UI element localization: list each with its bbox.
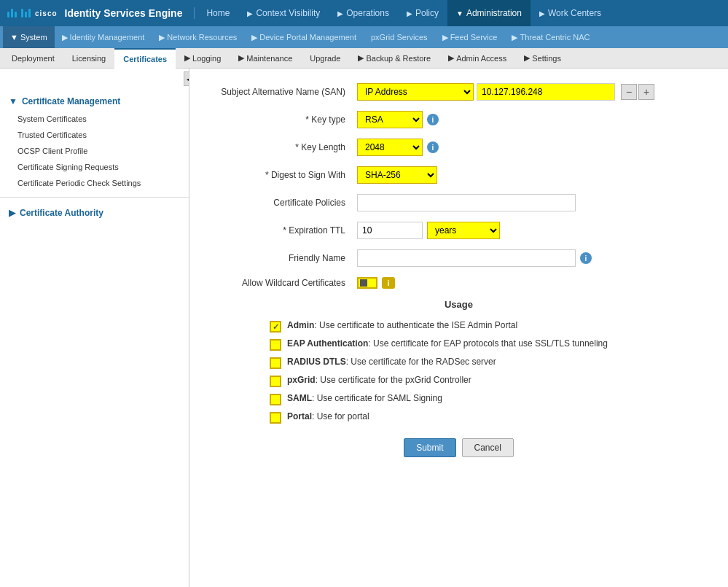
usage-saml-text: SAML: Use certificate for SAML Signing [287,393,442,403]
thirdnav-settings[interactable]: ▶ Settings [515,48,570,69]
usage-item-admin: Admin: Use certificate to authenticate t… [211,320,706,333]
thirdnav-deployment[interactable]: Deployment [3,48,63,69]
key-length-select[interactable]: 512 1024 2048 4096 [357,139,423,156]
san-label: Subject Alternative Name (SAN) [211,87,357,97]
cert-policies-input[interactable] [357,194,576,211]
cisco-logo-text: cisco [35,9,58,18]
secondnav-threat[interactable]: ▶ Threat Centric NAC [504,26,597,48]
wildcard-info-icon[interactable]: i [382,277,395,289]
thirdnav-certificates[interactable]: Certificates [114,48,176,69]
cisco-icon [7,9,31,18]
sidebar-section-cert-auth-header[interactable]: ▶ Certificate Authority [0,203,189,222]
friendly-name-input[interactable] [357,249,576,267]
top-nav: Home ▶ Context Visibility ▶ Operations ▶… [197,0,610,26]
san-row: Subject Alternative Name (SAN) IP Addres… [211,83,706,101]
form-buttons: Submit Cancel [211,438,706,457]
sidebar-item-ocsp[interactable]: OCSP Client Profile [0,143,189,159]
key-type-input-row: RSA ECDSA i [357,111,439,128]
content-area: Subject Alternative Name (SAN) IP Addres… [189,69,728,587]
sidebar-section-cert-mgmt-header[interactable]: ▼ Certificate Management [0,92,189,111]
san-remove-button[interactable]: − [621,84,637,100]
thirdnav-backup[interactable]: ▶ Backup & Restore [349,48,439,69]
wildcard-row: Allow Wildcard Certificates i [211,277,706,289]
wildcard-toggle[interactable] [357,277,377,289]
topnav-home[interactable]: Home [197,0,238,26]
topnav-workcenters[interactable]: ▶ Work Centers [531,0,610,26]
usage-eap-checkbox[interactable] [270,339,281,351]
thirdnav-logging[interactable]: ▶ Logging [176,48,230,69]
friendly-name-row: Friendly Name i [211,249,706,267]
key-length-input-row: 512 1024 2048 4096 i [357,139,439,156]
usage-title: Usage [211,299,706,310]
topnav-policy[interactable]: ▶ Policy [398,0,447,26]
sidebar-toggle[interactable]: ◀ [184,71,189,86]
thirdnav-upgrade[interactable]: Upgrade [301,48,349,69]
wildcard-label: Allow Wildcard Certificates [211,278,357,288]
sidebar-item-system-certs[interactable]: System Certificates [0,111,189,127]
key-length-label: Key Length [211,142,357,152]
san-buttons: − + [621,84,654,100]
topnav-context[interactable]: ▶ Context Visibility [238,0,329,26]
san-ip-input[interactable] [477,83,615,101]
friendly-name-label: Friendly Name [211,253,357,263]
usage-pxgrid-text: pxGrid: Use certificate for the pxGrid C… [287,375,471,385]
secondnav-network[interactable]: ▶ Network Resources [152,26,244,48]
sidebar-item-cert-check[interactable]: Certificate Periodic Check Settings [0,175,189,191]
third-nav: Deployment Licensing Certificates ▶ Logg… [0,48,728,69]
usage-portal-checkbox[interactable] [270,412,281,424]
thirdnav-licensing[interactable]: Licensing [63,48,114,69]
thirdnav-maintenance[interactable]: ▶ Maintenance [230,48,301,69]
usage-item-portal: Portal: Use for portal [211,411,706,424]
usage-section: Usage Admin: Use certificate to authenti… [211,299,706,424]
expiration-label: Expiration TTL [211,225,357,236]
digest-select[interactable]: SHA-1 SHA-256 SHA-384 SHA-512 [357,166,437,184]
wildcard-toggle-row: i [357,277,395,289]
key-type-row: Key type RSA ECDSA i [211,111,706,128]
secondnav-identity[interactable]: ▶ Identity Management [55,26,152,48]
expiration-unit-select[interactable]: days weeks months years [427,222,500,239]
digest-label: Digest to Sign With [211,170,357,180]
usage-eap-text: EAP Authentication: Use certificate for … [287,338,608,349]
usage-item-eap: EAP Authentication: Use certificate for … [211,338,706,351]
cert-policies-row: Certificate Policies [211,194,706,211]
usage-admin-checkbox[interactable] [270,321,281,333]
expiration-value-input[interactable] [357,222,423,239]
key-length-info-icon[interactable]: i [427,141,439,153]
usage-saml-checkbox[interactable] [270,394,281,405]
secondnav-pxgrid[interactable]: pxGrid Services [364,26,435,48]
usage-radius-checkbox[interactable] [270,357,281,369]
cancel-button[interactable]: Cancel [462,438,514,457]
san-type-select[interactable]: IP Address DNS Name Email [357,83,474,101]
usage-item-pxgrid: pxGrid: Use certificate for the pxGrid C… [211,375,706,387]
secondnav-feed[interactable]: ▶ Feed Service [435,26,505,48]
thirdnav-admin-access[interactable]: ▶ Admin Access [439,48,515,69]
submit-button[interactable]: Submit [404,438,455,457]
usage-admin-text: Admin: Use certificate to authenticate t… [287,320,517,330]
sidebar-item-csr[interactable]: Certificate Signing Requests [0,159,189,175]
key-type-info-icon[interactable]: i [427,114,439,125]
expiration-input-row: days weeks months years [357,222,500,239]
top-bar: cisco Identity Services Engine Home ▶ Co… [0,0,728,26]
key-type-select[interactable]: RSA ECDSA [357,111,423,128]
san-add-button[interactable]: + [638,84,654,100]
cisco-logo: cisco [0,9,65,18]
expiration-row: Expiration TTL days weeks months years [211,222,706,239]
secondnav-system[interactable]: ▼ System [3,26,55,48]
sidebar-section-cert-auth: ▶ Certificate Authority [0,201,189,225]
topnav-administration[interactable]: ▼ Administration [447,0,531,26]
san-input-row: IP Address DNS Name Email − + [357,83,654,101]
second-nav: ▼ System ▶ Identity Management ▶ Network… [0,26,728,48]
usage-item-radius: RADIUS DTLS: Use certificate for the RAD… [211,357,706,369]
secondnav-device-portal[interactable]: ▶ Device Portal Management [244,26,364,48]
cert-policies-label: Certificate Policies [211,198,357,208]
usage-item-saml: SAML: Use certificate for SAML Signing [211,393,706,405]
usage-pxgrid-checkbox[interactable] [270,376,281,387]
sidebar-section-cert-mgmt: ▼ Certificate Management System Certific… [0,89,189,194]
friendly-name-info-icon[interactable]: i [580,252,592,264]
digest-row: Digest to Sign With SHA-1 SHA-256 SHA-38… [211,166,706,184]
key-length-row: Key Length 512 1024 2048 4096 i [211,139,706,156]
wildcard-toggle-knob [360,279,367,287]
key-type-label: Key type [211,114,357,125]
sidebar-item-trusted-certs[interactable]: Trusted Certificates [0,127,189,143]
topnav-operations[interactable]: ▶ Operations [329,0,398,26]
